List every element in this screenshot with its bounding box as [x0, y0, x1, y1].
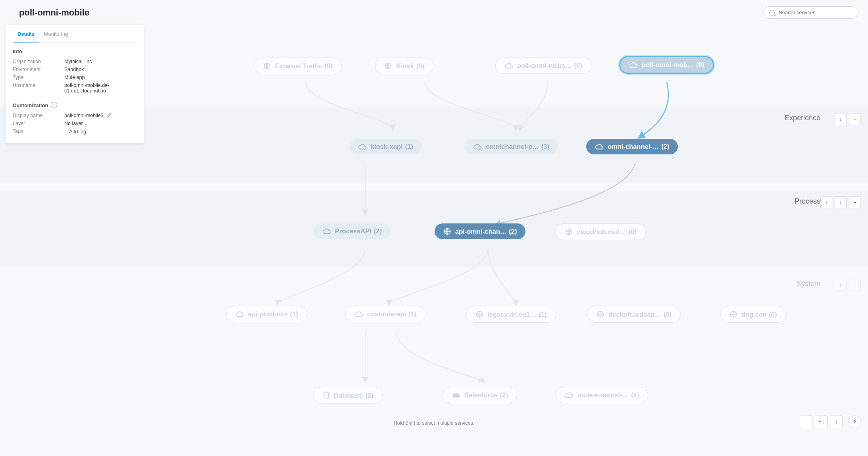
- layer-label-system: System: [797, 280, 820, 288]
- cloud-icon: [565, 392, 574, 398]
- layer-experience-collapse-button[interactable]: −: [849, 113, 861, 125]
- globe-icon: [443, 227, 451, 235]
- node-processapi[interactable]: ProcessAPI(2): [314, 223, 391, 239]
- node-kiosk-xapi[interactable]: kiosk-xapi(1): [349, 139, 422, 154]
- type-label: Type: [13, 75, 64, 80]
- hostname-value: poll-omni-mobile.de-c1.eu1.cloudhub.io: [64, 83, 137, 94]
- hint-text: Hold Shift to select multiple services.: [0, 420, 868, 426]
- node-api-products[interactable]: api-products(1): [226, 306, 307, 322]
- info-icon[interactable]: i: [51, 102, 57, 108]
- tab-monitoring[interactable]: Monitoring: [39, 25, 73, 42]
- layer-system-up-button[interactable]: ↑: [835, 279, 847, 291]
- node-legacy[interactable]: legacy.de.eu1…(1): [466, 306, 556, 323]
- zoom-fit-button[interactable]: Fit: [815, 416, 828, 428]
- node-cloudhub-mul[interactable]: cloudhub.mul…(0): [556, 223, 646, 240]
- edit-icon[interactable]: [106, 113, 112, 118]
- environment-value: Sandbox: [64, 67, 137, 72]
- svg-point-7: [324, 393, 329, 394]
- layer-system-collapse-button[interactable]: −: [849, 279, 861, 291]
- hostname-label: Hostname: [13, 83, 64, 94]
- cloud-icon: [322, 228, 331, 235]
- chevron-down-icon: ⌄: [85, 121, 88, 126]
- globe-icon: [729, 310, 737, 318]
- layer-process-down-button[interactable]: ↓: [835, 196, 847, 208]
- cloud-icon: [629, 62, 638, 68]
- node-deckofcards[interactable]: deckofcardsap…(0): [587, 306, 681, 323]
- node-salesforce[interactable]: Salesforce(2): [443, 387, 517, 403]
- cloud-icon: [358, 144, 367, 150]
- zoom-in-button[interactable]: +: [830, 416, 843, 428]
- node-external-traffic[interactable]: External Traffic(0): [254, 58, 342, 74]
- node-api-omni-chan[interactable]: api-omni-chan…(2): [435, 223, 525, 239]
- details-panel: Details Monitoring Info OrganizationMyth…: [6, 25, 144, 143]
- node-customerapi[interactable]: customerapi(1): [345, 306, 425, 322]
- search-box[interactable]: [763, 6, 858, 19]
- layer-select[interactable]: No layer⌄: [64, 121, 137, 126]
- displayname-label: Display name: [13, 113, 64, 118]
- cloud-icon: [473, 144, 482, 150]
- type-value: Mule app: [64, 75, 137, 80]
- cloud-icon: [504, 63, 513, 69]
- globe-icon: [597, 310, 604, 318]
- node-database[interactable]: Database(2): [314, 387, 383, 404]
- node-dog-ceo[interactable]: dog.ceo(0): [720, 306, 786, 323]
- layer-process-up-button[interactable]: ↑: [820, 196, 832, 208]
- cloud-icon: [235, 311, 244, 317]
- add-tag-button[interactable]: +Add tag: [64, 129, 137, 135]
- cloud-icon: [595, 144, 604, 150]
- layer-label-process: Process: [795, 197, 820, 206]
- layer-label-experience: Experience: [785, 114, 820, 122]
- node-mule-external[interactable]: mule-external-…(1): [556, 387, 648, 403]
- organization-value: Mythical, Inc: [64, 59, 137, 64]
- globe-icon: [384, 62, 392, 70]
- help-button[interactable]: ?: [848, 416, 861, 428]
- search-input[interactable]: [778, 9, 853, 16]
- layer-process-collapse-button[interactable]: −: [849, 196, 861, 208]
- cloud-icon: [354, 311, 363, 317]
- node-poll-omni-mobile[interactable]: poll-omni-mob…(0): [619, 56, 714, 74]
- page-title: poll-omni-mobile: [19, 8, 89, 18]
- layer-label: Layer: [13, 121, 64, 126]
- tab-details[interactable]: Details: [13, 25, 39, 42]
- node-omnichannel-p[interactable]: omnichannel-p…(3): [464, 139, 558, 154]
- node-omni-channel[interactable]: omni-channel-…(2): [586, 139, 678, 154]
- tags-label: Tags: [13, 129, 64, 135]
- globe-icon: [263, 62, 271, 70]
- info-heading: Info: [13, 48, 137, 54]
- customization-heading: Customization i: [13, 102, 137, 108]
- environment-label: Environment: [13, 67, 64, 72]
- database-icon: [323, 391, 330, 399]
- globe-icon: [475, 310, 483, 318]
- layer-experience-down-button[interactable]: ↓: [835, 113, 847, 125]
- displayname-value[interactable]: poll-omni-mobile3: [64, 113, 137, 118]
- globe-icon: [565, 228, 573, 236]
- organization-label: Organization: [13, 59, 64, 64]
- node-poll-omni-webs[interactable]: poll-omni-webs…(0): [495, 58, 591, 74]
- search-icon: [769, 10, 775, 15]
- salesforce-icon: [452, 392, 460, 398]
- zoom-out-button[interactable]: −: [800, 416, 812, 428]
- node-kiosk[interactable]: Kiosk(0): [375, 58, 433, 74]
